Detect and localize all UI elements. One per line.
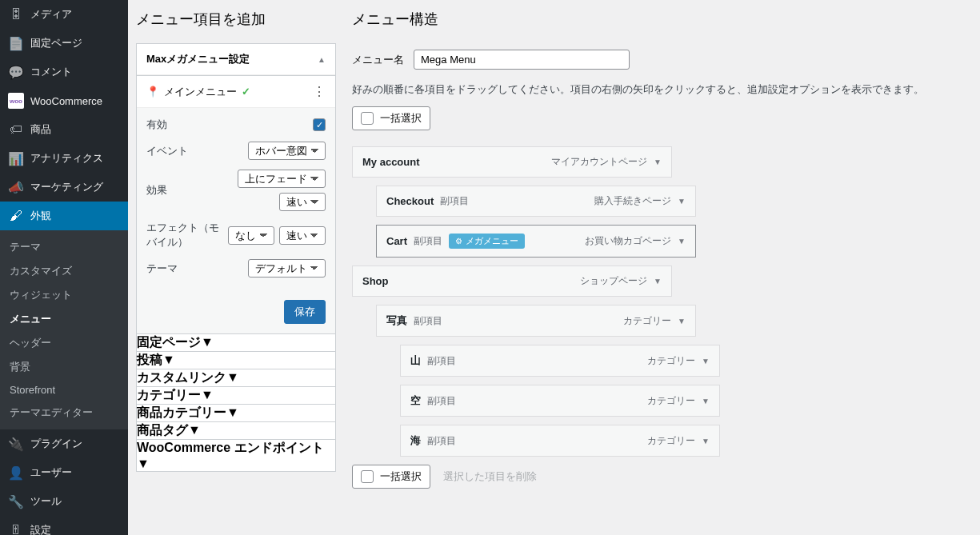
accordion-1[interactable]: 投稿▼	[137, 352, 335, 369]
enabled-checkbox[interactable]: ✓	[313, 118, 326, 131]
menu-item-type: ショップページ	[580, 274, 647, 288]
menu-structure-title: メニュー構造	[352, 0, 964, 35]
submenu-storefront[interactable]: Storefront	[0, 379, 128, 401]
mega-menu-button[interactable]: メガメニュー	[449, 234, 525, 249]
submenu-menus[interactable]: メニュー	[0, 307, 128, 331]
event-select[interactable]: ホバー意図	[248, 142, 326, 160]
product-icon: 🏷	[8, 122, 24, 138]
chevron-down-icon: ▼	[137, 457, 150, 470]
menu-item-6[interactable]: 空副項目カテゴリー▼	[400, 385, 720, 417]
chevron-down-icon: ▼	[162, 353, 175, 366]
delete-selected-link[interactable]: 選択した項目を削除	[443, 469, 537, 484]
menu-name-label: メニュー名	[352, 53, 404, 67]
chevron-down-icon[interactable]: ▼	[702, 357, 710, 365]
submenu-themes[interactable]: テーマ	[0, 235, 128, 259]
effect-speed-select[interactable]: 速い	[279, 193, 326, 211]
submenu-theme-editor[interactable]: テーマエディター	[0, 401, 128, 425]
chevron-down-icon[interactable]: ▼	[702, 437, 710, 445]
menu-item-title: My account	[362, 156, 420, 168]
sub-item-label: 副項目	[440, 194, 469, 208]
sub-item-label: 副項目	[427, 394, 456, 408]
appearance-icon: 🖌	[8, 208, 24, 224]
mobile-speed-select[interactable]: 速い	[279, 226, 326, 245]
drag-description: 好みの順番に各項目をドラッグしてください。項目の右側の矢印をクリックすると、追加…	[352, 82, 964, 106]
menu-item-4[interactable]: 写真副項目カテゴリー▼	[376, 305, 696, 337]
chevron-down-icon[interactable]: ▼	[654, 158, 662, 166]
media-icon: 🎛	[8, 6, 24, 22]
user-icon: 👤	[8, 465, 24, 481]
chevron-down-icon[interactable]: ▼	[654, 277, 662, 285]
menu-item-0[interactable]: My accountマイアカウントページ▼	[352, 146, 672, 178]
appearance-submenu: テーマ カスタマイズ ウィジェット メニュー ヘッダー 背景 Storefron…	[0, 230, 128, 429]
bulk-checkbox-icon	[361, 470, 374, 483]
check-icon: ✓	[242, 86, 250, 98]
chevron-down-icon[interactable]: ▼	[702, 397, 710, 405]
menu-item-title: 写真	[386, 313, 407, 328]
sidebar-item-woocommerce[interactable]: wooWooCommerce	[0, 86, 128, 115]
menu-item-type: カテゴリー	[623, 314, 671, 328]
menu-item-7[interactable]: 海副項目カテゴリー▼	[400, 425, 720, 457]
chevron-down-icon: ▼	[201, 335, 214, 349]
more-dots-icon[interactable]: ⋮	[313, 84, 326, 99]
sub-item-label: 副項目	[427, 434, 456, 448]
analytics-icon: 📊	[8, 150, 24, 166]
menu-location-label: メインメニュー	[164, 85, 237, 99]
enabled-label: 有効	[146, 118, 167, 132]
menu-item-type: カテゴリー	[647, 434, 695, 448]
submenu-background[interactable]: 背景	[0, 355, 128, 379]
pin-icon: 📍	[146, 86, 159, 98]
sidebar-item-users[interactable]: 👤ユーザー	[0, 458, 128, 487]
megamenu-settings-toggle[interactable]: Maxメガメニュー設定 ▲	[137, 44, 335, 75]
accordion-0[interactable]: 固定ページ▼	[137, 334, 335, 351]
accordion-6[interactable]: WooCommerce エンドポイント▼	[137, 440, 335, 471]
accordion-4[interactable]: 商品カテゴリー▼	[137, 405, 335, 421]
marketing-icon: 📣	[8, 179, 24, 195]
chevron-down-icon[interactable]: ▼	[678, 317, 686, 325]
comment-icon: 💬	[8, 64, 24, 80]
chevron-down-icon[interactable]: ▼	[678, 197, 686, 206]
sub-item-label: 副項目	[414, 314, 442, 328]
chevron-up-icon: ▲	[318, 55, 326, 64]
menu-item-title: Checkout	[386, 195, 434, 207]
accordion-3[interactable]: カテゴリー▼	[137, 387, 335, 404]
sidebar-item-analytics[interactable]: 📊アナリティクス	[0, 144, 128, 173]
admin-sidebar: 🎛メディア 📄固定ページ 💬コメント wooWooCommerce 🏷商品 📊ア…	[0, 0, 128, 535]
sidebar-item-products[interactable]: 🏷商品	[0, 115, 128, 144]
menu-item-type: マイアカウントページ	[551, 155, 647, 169]
settings-icon: 🎚	[8, 522, 24, 535]
chevron-down-icon[interactable]: ▼	[678, 237, 686, 246]
sidebar-item-plugins[interactable]: 🔌プラグイン	[0, 429, 128, 458]
save-button[interactable]: 保存	[284, 300, 326, 324]
mobile-effect-label: エフェクト（モバイル）	[146, 221, 228, 250]
mobile-effect-select[interactable]: なし	[228, 226, 274, 245]
submenu-widgets[interactable]: ウィジェット	[0, 283, 128, 307]
menu-item-title: Cart	[386, 235, 407, 247]
menu-item-5[interactable]: 山副項目カテゴリー▼	[400, 345, 720, 377]
sidebar-item-media[interactable]: 🎛メディア	[0, 0, 128, 29]
sidebar-item-appearance[interactable]: 🖌外観	[0, 202, 128, 230]
accordion-5[interactable]: 商品タグ▼	[137, 422, 335, 439]
bulk-select-top[interactable]: 一括選択	[352, 106, 430, 130]
menu-item-title: 海	[410, 433, 421, 448]
sidebar-item-pages[interactable]: 📄固定ページ	[0, 29, 128, 58]
chevron-down-icon: ▼	[226, 370, 239, 384]
menu-item-1[interactable]: Checkout副項目購入手続きページ▼	[376, 186, 696, 217]
effect-select[interactable]: 上にフェード	[238, 170, 326, 188]
chevron-down-icon: ▼	[226, 405, 239, 419]
effect-label: 効果	[146, 183, 167, 198]
sidebar-item-marketing[interactable]: 📣マーケティング	[0, 173, 128, 202]
sidebar-item-comments[interactable]: 💬コメント	[0, 58, 128, 86]
accordion-2[interactable]: カスタムリンク▼	[137, 369, 335, 386]
tool-icon: 🔧	[8, 493, 24, 509]
sub-item-label: 副項目	[427, 354, 456, 368]
bulk-select-bottom[interactable]: 一括選択	[352, 465, 430, 489]
sidebar-item-settings[interactable]: 🎚設定	[0, 516, 128, 535]
theme-select[interactable]: デフォルト	[248, 259, 326, 277]
menu-name-input[interactable]	[414, 50, 630, 70]
submenu-header[interactable]: ヘッダー	[0, 331, 128, 355]
add-items-title: メニュー項目を追加	[136, 0, 336, 35]
submenu-customize[interactable]: カスタマイズ	[0, 259, 128, 283]
menu-item-3[interactable]: Shopショップページ▼	[352, 266, 672, 297]
sidebar-item-tools[interactable]: 🔧ツール	[0, 487, 128, 516]
menu-item-2[interactable]: Cart副項目メガメニューお買い物カゴページ▼	[376, 225, 696, 258]
